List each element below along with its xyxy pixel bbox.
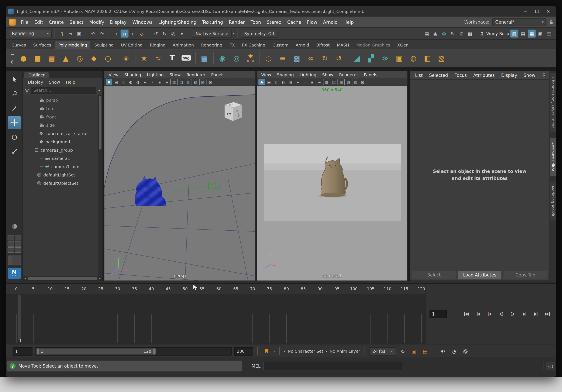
poly-sphere-icon[interactable]: ● bbox=[17, 51, 30, 65]
paint-selection-tool-button[interactable] bbox=[8, 102, 21, 115]
shelf-tab[interactable]: Custom bbox=[269, 41, 292, 49]
timeline-ruler[interactable]: 0510152025303540455055606570758085909510… bbox=[6, 284, 425, 294]
chevron-down-icon[interactable]: ▾ bbox=[273, 350, 275, 353]
ae-menu-item[interactable]: Attributes bbox=[470, 73, 498, 78]
mirror-cut-icon[interactable]: ◧ bbox=[421, 51, 434, 65]
shelf-tab[interactable]: Motion Graphics bbox=[353, 41, 393, 49]
super-shape-icon[interactable]: ★ bbox=[138, 51, 151, 65]
playback-loop-icon[interactable]: ↻ bbox=[398, 347, 407, 356]
step-back-key-button[interactable] bbox=[485, 309, 494, 318]
menu-item[interactable]: Display bbox=[107, 19, 129, 25]
ae-menu-item[interactable]: Show bbox=[520, 73, 539, 78]
mel-label[interactable]: MEL bbox=[252, 364, 260, 369]
viewport-camera1-canvas[interactable]: y x z 960 x 540 camera1 bbox=[257, 86, 407, 281]
selected-mode-icon[interactable]: A bbox=[106, 79, 112, 85]
load-attributes-button[interactable]: Load Attributes bbox=[458, 271, 502, 279]
shelf-tab[interactable]: Sculpting bbox=[91, 41, 117, 49]
layout-pane-b-button[interactable] bbox=[15, 247, 21, 253]
auto-key-icon[interactable]: ▣ bbox=[410, 347, 418, 356]
snapshot-icon[interactable]: ▪ bbox=[309, 79, 316, 85]
outliner-tab[interactable]: Outliner bbox=[24, 72, 49, 78]
menu-item[interactable]: Flow bbox=[304, 19, 320, 25]
shelf-gear-icon[interactable] bbox=[10, 60, 14, 64]
play-forwards-button[interactable] bbox=[508, 309, 517, 318]
platonic-solid-icon[interactable]: ◈ bbox=[119, 51, 132, 65]
range-slider-bar[interactable]: 1 120 bbox=[36, 348, 156, 354]
menu-item[interactable]: Modify bbox=[86, 19, 107, 25]
render-settings-icon[interactable]: ☼ bbox=[457, 30, 465, 37]
grid-toggle-icon[interactable]: ▦ bbox=[171, 79, 177, 85]
viewport-menu-item[interactable]: View bbox=[258, 72, 274, 77]
step-back-frame-button[interactable] bbox=[473, 309, 483, 318]
field-chart-icon[interactable]: ▨ bbox=[199, 79, 206, 85]
viewport-menu-item[interactable]: Renderer bbox=[336, 72, 361, 77]
mute-audio-icon[interactable] bbox=[438, 347, 447, 356]
shelf-tab[interactable]: Surfaces bbox=[30, 41, 54, 49]
2d-pan-zoom-icon[interactable]: ▸ bbox=[142, 79, 148, 85]
shelf-tab[interactable]: Rigging bbox=[147, 41, 169, 49]
shelf-tab[interactable]: Curves bbox=[8, 41, 29, 49]
toggle-tool-settings-icon[interactable]: ▦ bbox=[527, 30, 536, 37]
scroll-right-icon[interactable]: ▸ bbox=[98, 276, 102, 280]
ae-menu-item[interactable]: List bbox=[412, 73, 426, 78]
viewport-menu-item[interactable]: Show bbox=[167, 72, 184, 77]
shelf-divider[interactable] bbox=[116, 52, 118, 64]
save-scene-icon[interactable]: ▣ bbox=[75, 30, 83, 37]
minimize-button[interactable]: ─ bbox=[520, 7, 531, 15]
2d-pan-zoom-icon[interactable]: ▸ bbox=[294, 79, 301, 85]
lasso-tool-button[interactable] bbox=[8, 87, 21, 100]
layered-texture-icon[interactable]: ≡ bbox=[276, 51, 289, 65]
history-options-chevron-icon[interactable]: ▾ bbox=[178, 30, 186, 37]
render-current-frame-icon[interactable]: ◉ bbox=[432, 30, 439, 37]
toggle-channel-box-icon[interactable]: ▣ bbox=[536, 30, 544, 37]
scrollbar-thumb[interactable] bbox=[28, 277, 97, 280]
sculpt-curve-icon[interactable]: ≈ bbox=[152, 51, 164, 65]
poly-cone-icon[interactable]: ▲ bbox=[59, 51, 72, 65]
ae-menu-item[interactable]: Focus bbox=[451, 73, 470, 78]
timeline-track[interactable]: 1 bbox=[6, 294, 425, 344]
sidebar-tab[interactable]: Modeling Toolkit bbox=[550, 182, 556, 221]
gate-mask-icon[interactable]: ▧ bbox=[345, 79, 351, 85]
bookmarks-icon[interactable]: ◐ bbox=[127, 79, 134, 85]
go-to-start-button[interactable] bbox=[462, 309, 471, 318]
viewport-menu-item[interactable]: Panels bbox=[361, 72, 380, 77]
connect-tool-icon[interactable]: ▞ bbox=[364, 51, 377, 65]
outliner-menu-item[interactable]: Help bbox=[63, 80, 78, 85]
layout-single-pane-button[interactable] bbox=[7, 235, 14, 241]
menu-item[interactable]: Texturing bbox=[199, 19, 226, 25]
shelf-tab[interactable]: UV Editing bbox=[118, 41, 146, 49]
range-handle-right[interactable] bbox=[153, 348, 156, 354]
layout-four-panes-button[interactable] bbox=[7, 241, 14, 247]
outliner-item-front[interactable]: front bbox=[23, 113, 98, 121]
collapse-icon[interactable]: - bbox=[35, 148, 38, 152]
menu-item[interactable]: Toon bbox=[248, 19, 264, 25]
toggle-attribute-editor-icon[interactable]: ▤ bbox=[519, 30, 527, 37]
rotate-cw-icon[interactable]: ↻ bbox=[318, 51, 331, 65]
outliner-item-side[interactable]: side bbox=[23, 121, 98, 129]
viewport-menu-item[interactable]: Show bbox=[319, 72, 336, 77]
script-editor-icon[interactable]: {;} bbox=[547, 362, 555, 370]
shelf-divider[interactable] bbox=[347, 52, 350, 64]
menu-item[interactable]: Render bbox=[226, 19, 248, 25]
type-tool-icon[interactable]: T bbox=[166, 51, 178, 65]
bake-pivot-icon[interactable]: ◎ bbox=[230, 51, 243, 65]
multi-component-icon[interactable]: ▩ bbox=[290, 51, 303, 65]
viewport-menu-item[interactable]: View bbox=[106, 72, 121, 77]
shelf-tab[interactable]: FX Caching bbox=[239, 41, 268, 49]
snap-to-point-icon[interactable]: ∩ bbox=[129, 30, 137, 37]
ipr-render-icon[interactable]: ◎ bbox=[440, 30, 448, 37]
mirror-geometry-icon[interactable]: ∞ bbox=[304, 51, 317, 65]
quad-draw-icon[interactable]: ≫ bbox=[379, 51, 391, 65]
menu-item[interactable]: Edit bbox=[31, 19, 46, 25]
smooth-mesh-icon[interactable]: ◍ bbox=[407, 51, 420, 65]
sidebar-tab[interactable]: Channel Box / Layer Editor bbox=[550, 73, 556, 132]
lock-icon[interactable] bbox=[549, 20, 553, 24]
shelf-menu-icon[interactable]: ☰ bbox=[11, 52, 14, 57]
viewport-menu-item[interactable]: Renderer bbox=[184, 72, 208, 77]
move-tool-button[interactable] bbox=[8, 116, 21, 129]
bookmark-icon[interactable] bbox=[262, 347, 271, 356]
play-backwards-button[interactable] bbox=[497, 309, 506, 318]
film-gate-icon[interactable]: ▤ bbox=[178, 79, 185, 85]
scrollbar-thumb[interactable] bbox=[99, 96, 102, 150]
shelf-tab[interactable]: MASH bbox=[334, 41, 352, 49]
